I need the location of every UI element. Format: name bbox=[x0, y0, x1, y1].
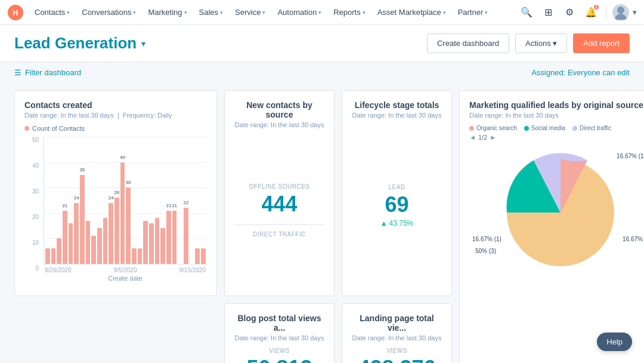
nav-contacts[interactable]: Contacts ▾ bbox=[29, 0, 76, 25]
bar-item bbox=[155, 137, 160, 264]
bar-item: 26 bbox=[114, 137, 119, 264]
blog-subtitle: Date range: In the last 30 days bbox=[234, 334, 324, 342]
nav-right: 🔍 ⊞ ⚙ 🔔 1 ▾ bbox=[518, 4, 637, 21]
bar-item: 35 bbox=[80, 137, 85, 264]
nav-automation[interactable]: Automation ▾ bbox=[271, 0, 327, 25]
title-dropdown-icon[interactable]: ▾ bbox=[141, 39, 145, 48]
nav-conversations[interactable]: Conversations ▾ bbox=[76, 0, 142, 25]
filter-dashboard-btn[interactable]: ☰ Filter dashboard bbox=[14, 68, 81, 77]
blog-title: Blog post total views a... bbox=[234, 313, 324, 333]
landing-title: Landing page total vie... bbox=[352, 313, 442, 333]
mql-title: Marketing qualified leads by original so… bbox=[469, 100, 644, 110]
bar-item: 40 bbox=[120, 137, 125, 264]
pie-chart bbox=[495, 147, 626, 278]
landing-subtitle: Date range: In the last 30 days bbox=[352, 334, 442, 342]
bar-item bbox=[57, 137, 61, 264]
nav-asset-marketplace[interactable]: Asset Marketplace ▾ bbox=[371, 0, 452, 25]
stage-label: LEAD bbox=[388, 184, 405, 190]
page-title-row: Lead Generation ▾ bbox=[14, 34, 145, 53]
mql-next-btn[interactable]: ► bbox=[490, 134, 496, 141]
user-dropdown-chevron[interactable]: ▾ bbox=[633, 8, 637, 17]
legend-organic-dot bbox=[469, 126, 474, 131]
direct-label: DIRECT TRAFFIC bbox=[253, 231, 306, 238]
offline-label: OFFLINE SOURCES bbox=[249, 183, 310, 190]
blog-post-card: Blog post total views a... Date range: I… bbox=[224, 303, 335, 363]
bar-item bbox=[132, 137, 137, 264]
bars-area: 21243524264030212122 bbox=[44, 137, 207, 264]
legend-direct-dot bbox=[572, 126, 577, 131]
notification-badge: 1 bbox=[594, 5, 599, 10]
bar-item bbox=[190, 137, 194, 264]
new-contacts-subtitle: Date range: In the last 30 days bbox=[234, 121, 324, 128]
bar-item: 24 bbox=[109, 137, 113, 264]
pie-chart-container: 16.67% (1) 16.67% (1) 50% (3) 16.67% (1) bbox=[469, 147, 644, 278]
bar-item: 22 bbox=[184, 137, 188, 264]
landing-views-value: 428,376 bbox=[358, 358, 435, 363]
bar-item bbox=[86, 137, 91, 264]
notifications-icon[interactable]: 🔔 1 bbox=[582, 4, 600, 21]
bar-item bbox=[195, 137, 200, 264]
bar-item: 21 bbox=[63, 137, 67, 264]
svg-point-2 bbox=[617, 7, 624, 14]
mql-prev-btn[interactable]: ◄ bbox=[469, 134, 476, 141]
stage-change: ▲ 43.75% bbox=[380, 219, 414, 227]
top-nav: H Contacts ▾ Conversations ▾ Marketing ▾… bbox=[0, 0, 644, 25]
mql-card: Marketing qualified leads by original so… bbox=[459, 90, 644, 363]
lifecycle-card: Lifecycle stage totals Date range: In th… bbox=[342, 90, 452, 296]
bar-item bbox=[97, 137, 102, 264]
nav-partner[interactable]: Partner ▾ bbox=[452, 0, 494, 25]
stat-divider bbox=[234, 224, 324, 225]
lifecycle-subtitle: Date range: In the last 30 days bbox=[352, 112, 442, 119]
legend-social-dot bbox=[524, 126, 529, 131]
nav-sales[interactable]: Sales ▾ bbox=[193, 0, 230, 25]
create-dashboard-button[interactable]: Create dashboard bbox=[427, 33, 509, 53]
nav-service[interactable]: Service ▾ bbox=[229, 0, 271, 25]
bars-container: 21243524264030212122 bbox=[44, 137, 207, 264]
up-arrow-icon: ▲ bbox=[380, 219, 388, 227]
bar-item bbox=[201, 137, 206, 264]
legend-dot bbox=[24, 126, 29, 131]
bar-item bbox=[69, 137, 73, 264]
x-axis: 8/26/2020 9/5/2020 9/15/2020 bbox=[44, 267, 207, 273]
marketplace-icon[interactable]: ⊞ bbox=[539, 4, 557, 21]
bar-item bbox=[138, 137, 143, 264]
chart-legend: Count of Contacts bbox=[24, 125, 207, 132]
divider bbox=[606, 5, 606, 20]
filter-label: Filter dashboard bbox=[25, 68, 81, 77]
mql-nav: ◄ 1/2 ► bbox=[469, 134, 644, 141]
header-actions: Create dashboard Actions ▾ Add report bbox=[427, 33, 630, 53]
bar-item bbox=[143, 137, 148, 264]
svg-text:H: H bbox=[13, 8, 18, 17]
pie-label-4: 16.67% (1) bbox=[472, 236, 501, 242]
legend-social-label: Social media bbox=[531, 125, 565, 131]
nav-reports[interactable]: Reports ▾ bbox=[327, 0, 371, 25]
legend-label: Count of Contacts bbox=[32, 125, 85, 132]
nav-items: Contacts ▾ Conversations ▾ Marketing ▾ S… bbox=[29, 0, 518, 25]
dashboard-grid: Contacts created Date range: In the last… bbox=[0, 83, 644, 363]
search-icon[interactable]: 🔍 bbox=[518, 4, 535, 21]
hubspot-logo[interactable]: H bbox=[7, 4, 24, 21]
bar-item bbox=[149, 137, 154, 264]
avatar[interactable] bbox=[612, 4, 629, 21]
assigned-value[interactable]: Everyone can edit bbox=[568, 68, 630, 77]
add-report-button[interactable]: Add report bbox=[573, 33, 630, 53]
legend-direct-label: Direct traffic bbox=[580, 125, 611, 131]
settings-icon[interactable]: ⚙ bbox=[561, 4, 578, 21]
filter-icon: ☰ bbox=[14, 68, 21, 77]
page-title: Lead Generation bbox=[14, 34, 137, 53]
bar-item bbox=[160, 137, 165, 264]
bar-item: 21 bbox=[172, 137, 177, 264]
contacts-created-card: Contacts created Date range: In the last… bbox=[14, 90, 217, 296]
landing-page-card: Landing page total vie... Date range: In… bbox=[342, 303, 452, 363]
blog-views-value: 50,812 bbox=[246, 358, 312, 363]
bar-item bbox=[103, 137, 108, 264]
bar-item: 24 bbox=[74, 137, 79, 264]
nav-marketing[interactable]: Marketing ▾ bbox=[142, 0, 193, 25]
pie-label-3: 50% (3) bbox=[475, 248, 496, 254]
bar-item bbox=[45, 137, 50, 264]
actions-button[interactable]: Actions ▾ bbox=[515, 33, 567, 53]
contacts-created-title: Contacts created bbox=[24, 100, 207, 110]
help-button[interactable]: Help bbox=[597, 333, 632, 351]
bar-item: 21 bbox=[166, 137, 171, 264]
legend-organic-label: Organic search bbox=[476, 125, 517, 131]
